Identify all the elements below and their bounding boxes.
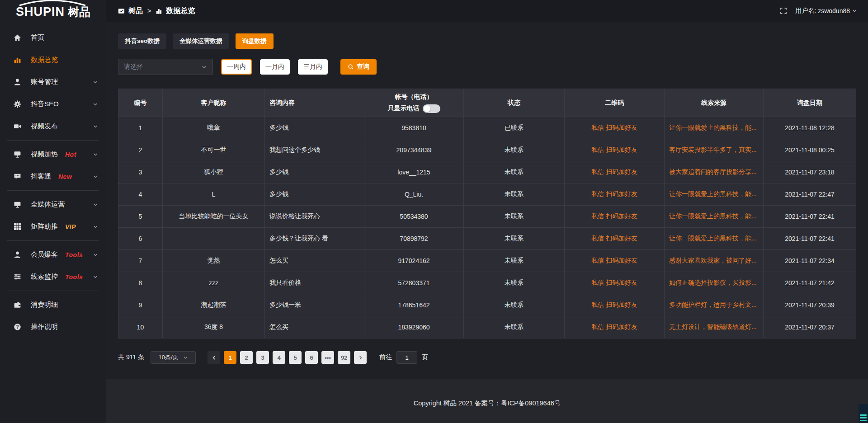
source-link[interactable]: 如何正确选择投影仪，买投影... <box>669 279 757 286</box>
page-button-4[interactable]: 4 <box>273 351 285 364</box>
sidebar-item-instructions[interactable]: ? 操作说明 <box>0 316 106 338</box>
source-link[interactable]: 被大家追着问的客厅投影分享... <box>669 168 757 175</box>
bar-chart-icon <box>14 56 21 64</box>
sidebar-item-consumption[interactable]: 消费明细 <box>0 294 106 316</box>
page-button-1[interactable]: 1 <box>224 351 236 364</box>
floating-widget[interactable] <box>859 404 868 423</box>
account-select[interactable]: 请选择 <box>118 59 213 75</box>
sliders-icon <box>14 273 21 281</box>
range-week-button[interactable]: 一周内 <box>221 59 252 75</box>
range-quarter-button[interactable]: 三月内 <box>298 59 328 75</box>
cell-nickname: 哦章 <box>163 117 265 139</box>
cell-id: 5 <box>118 206 163 228</box>
breadcrumb-root[interactable]: 树品 <box>128 6 143 16</box>
sidebar-item-douyin-seo[interactable]: 抖音SEO <box>0 93 106 115</box>
sidebar-item-video-publish[interactable]: 视频发布 <box>0 115 106 137</box>
sidebar-item-member-tools[interactable]: 会员爆客 Tools <box>0 244 106 266</box>
sidebar-item-account-mgmt[interactable]: 账号管理 <box>0 71 106 93</box>
cell-status: 未联系 <box>464 206 565 228</box>
logo-arc <box>17 0 88 6</box>
cell-content: 说说价格让我死心 <box>265 206 364 228</box>
cell-date: 2021-11-07 21:42 <box>764 272 856 294</box>
page-button-3[interactable]: 3 <box>256 351 269 364</box>
cell-nickname: 觉然 <box>163 250 265 272</box>
source-link[interactable]: 让你一眼就爱上的黑科技，能... <box>669 124 757 131</box>
jump-page-input[interactable] <box>396 351 417 364</box>
user-menu[interactable]: 用户名: zswodun88 <box>795 7 857 15</box>
query-button-label: 查询 <box>357 63 369 71</box>
qr-friend-links[interactable]: 私信 扫码加好友 <box>591 190 637 197</box>
sidebar-item-matrix-boost[interactable]: 矩阵助推 VIP <box>0 216 106 238</box>
page-button-5[interactable]: 5 <box>289 351 302 364</box>
user-solid-icon <box>14 251 21 258</box>
range-month-button[interactable]: 一月内 <box>260 59 290 75</box>
page-more-button[interactable]: ••• <box>321 351 334 364</box>
prev-page-button[interactable] <box>208 351 220 364</box>
page-size-select[interactable]: 10条/页 <box>151 351 196 364</box>
page-button-2[interactable]: 2 <box>240 351 253 364</box>
cell-content: 多少钱 <box>265 117 364 139</box>
content: 抖音seo数据 全媒体运营数据 询盘数据 请选择 一周内 一月内 三月内 查询 <box>106 22 868 379</box>
page-size-value: 10条/页 <box>159 353 179 362</box>
sidebar-item-lead-monitor[interactable]: 线索监控 Tools <box>0 266 106 288</box>
source-link[interactable]: 感谢大家喜欢我家，被问了好... <box>669 257 757 264</box>
tab-douyin-seo-data[interactable]: 抖音seo数据 <box>118 33 166 49</box>
qr-friend-links[interactable]: 私信 扫码加好友 <box>591 323 637 330</box>
cell-id: 7 <box>118 250 163 272</box>
chevron-down-icon <box>93 152 98 157</box>
qr-friend-links[interactable]: 私信 扫码加好友 <box>591 301 637 308</box>
cell-account: 2097344839 <box>364 139 464 161</box>
query-button[interactable]: 查询 <box>340 59 377 75</box>
cell-date: 2021-11-07 20:39 <box>764 294 856 316</box>
topbar: 树品 > 数据总览 用户名: zswodun88 <box>106 0 868 22</box>
cell-date: 2021-11-07 22:41 <box>764 228 856 250</box>
cell-nickname: 不可一世 <box>163 139 265 161</box>
table-row: 9 潮起潮落 多少钱一米 178651642 未联系 私信 扫码加好友 多功能护… <box>118 294 856 316</box>
cell-id: 8 <box>118 272 163 294</box>
tab-omni-media-data[interactable]: 全媒体运营数据 <box>173 33 229 49</box>
sidebar-item-video-heat[interactable]: 视频加热 Hot <box>0 143 106 165</box>
chevron-left-icon <box>212 355 217 360</box>
header-id: 编号 <box>118 89 163 117</box>
sidebar-item-data-overview[interactable]: 数据总览 <box>0 49 106 71</box>
sidebar-item-doukietong[interactable]: 抖客通 New <box>0 165 106 188</box>
sidebar-item-omni-media[interactable]: 全媒体运营 <box>0 193 106 216</box>
next-page-button[interactable] <box>354 351 367 364</box>
page-button-92[interactable]: 92 <box>338 351 350 364</box>
sidebar-item-label: 抖客通 <box>31 172 51 181</box>
qr-friend-links[interactable]: 私信 扫码加好友 <box>591 146 637 153</box>
cell-account: Q_Liu. <box>364 183 464 206</box>
sidebar-item-label: 抖音SEO <box>31 100 59 108</box>
qr-friend-links[interactable]: 私信 扫码加好友 <box>591 235 637 242</box>
cell-nickname: zzz <box>163 272 265 294</box>
source-link[interactable]: 无主灯设计，智能磁吸轨道灯... <box>669 323 757 330</box>
sidebar-item-label: 消费明细 <box>31 301 58 309</box>
sidebar-item-home[interactable]: 首页 <box>0 27 106 49</box>
cell-content: 多少钱一米 <box>265 294 364 316</box>
cell-nickname: 当地比较能吃的一位美女 <box>163 206 265 228</box>
cell-id: 4 <box>118 183 163 206</box>
pagination: 共 911 条 10条/页 123456•••92 前往 页 <box>118 351 856 364</box>
source-link[interactable]: 让你一眼就爱上的黑科技，能... <box>669 212 757 220</box>
sidebar-item-label: 会员爆客 <box>31 250 58 259</box>
fullscreen-icon[interactable] <box>780 7 787 14</box>
phone-toggle-label: 只显示电话 <box>388 104 420 113</box>
tab-inquiry-data[interactable]: 询盘数据 <box>236 33 274 49</box>
tools-badge: Tools <box>65 273 83 281</box>
header-qrcode: 二维码 <box>565 89 665 117</box>
qr-friend-links[interactable]: 私信 扫码加好友 <box>591 279 637 286</box>
qr-friend-links[interactable]: 私信 扫码加好友 <box>591 212 637 220</box>
source-link[interactable]: 让你一眼就爱上的黑科技，能... <box>669 235 757 242</box>
menu-divider <box>7 190 99 191</box>
cell-status: 未联系 <box>464 272 565 294</box>
sidebar-item-label: 视频加热 <box>31 150 58 159</box>
toggle-knob <box>424 105 430 112</box>
source-link[interactable]: 客厅安装投影半年多了，真实... <box>669 146 757 153</box>
qr-friend-links[interactable]: 私信 扫码加好友 <box>591 168 637 175</box>
qr-friend-links[interactable]: 私信 扫码加好友 <box>591 124 637 131</box>
qr-friend-links[interactable]: 私信 扫码加好友 <box>591 257 637 264</box>
source-link[interactable]: 多功能护栏灯，适用于乡村文... <box>669 301 757 308</box>
phone-only-toggle[interactable] <box>423 104 440 113</box>
source-link[interactable]: 让你一眼就爱上的黑科技，能... <box>669 190 757 197</box>
page-button-6[interactable]: 6 <box>305 351 318 364</box>
